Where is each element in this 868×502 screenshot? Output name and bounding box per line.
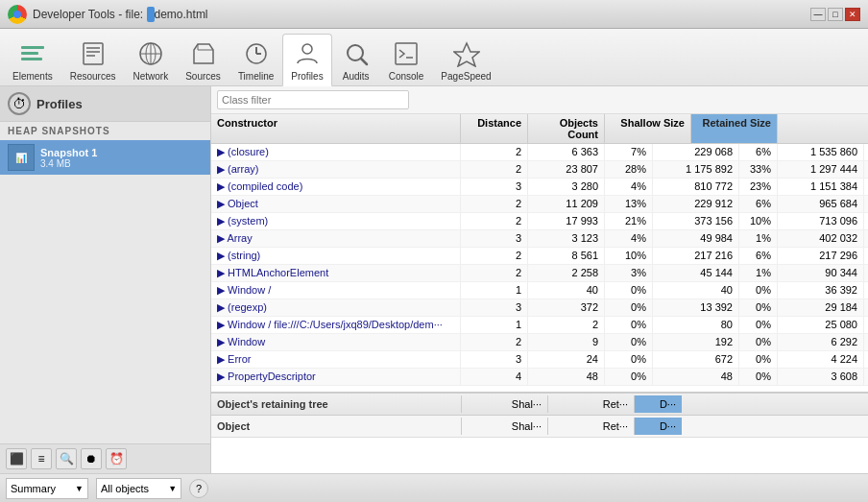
cell-retained-pct: 27% (864, 196, 868, 212)
summary-dropdown[interactable]: Summary ▼ (6, 478, 88, 499)
snapshot-name: Snapshot 1 (40, 147, 97, 158)
sidebar-btn-5[interactable]: ⏰ (106, 448, 127, 469)
help-button[interactable]: ? (189, 479, 208, 498)
cell-shallow: 217 216 (653, 248, 739, 264)
retaining-shal-col: Shal··· (461, 418, 547, 435)
header-objects: Objects Count (528, 114, 605, 143)
cell-shallow-pct: 0% (739, 299, 778, 316)
cell-distance: 1 (461, 317, 528, 333)
maximize-button[interactable]: □ (828, 8, 843, 21)
cell-distance: 4 (461, 369, 528, 385)
cell-shallow: 192 (653, 334, 739, 350)
cell-shallow: 229 068 (653, 144, 739, 160)
title-prefix: Developer Tools - file: (33, 8, 143, 21)
cell-distance: 2 (461, 248, 528, 264)
tab-console[interactable]: Console (380, 34, 433, 85)
table-row[interactable]: ▶ (system) 2 17 993 21% 373 156 10% 713 … (211, 213, 868, 230)
resources-icon (78, 38, 108, 69)
table-row[interactable]: ▶ (regexp) 3 372 0% 13 392 0% 29 184 1% (211, 299, 868, 317)
cell-retained-pct: 0% (864, 351, 868, 368)
cell-count: 4% (605, 179, 653, 195)
tab-pagespeed[interactable]: PageSpeed (432, 34, 499, 85)
table-row[interactable]: ▶ (array) 2 23 807 28% 1 175 892 33% 1 2… (211, 161, 868, 179)
cell-retained-pct: 36% (864, 161, 868, 178)
cell-shallow-pct: 6% (739, 248, 778, 264)
table-row[interactable]: ▶ (closure) 2 6 363 7% 229 068 6% 1 535 … (211, 144, 868, 161)
cell-retained: 36 392 (778, 282, 864, 299)
table-row[interactable]: ▶ Window / 1 40 0% 40 0% 36 392 1% (211, 282, 868, 299)
cell-objects: 40 (528, 282, 605, 299)
tab-audits[interactable]: Audits (332, 34, 380, 85)
cell-retained-pct: 32% (864, 179, 868, 195)
table-row[interactable]: ▶ PropertyDescriptor 4 48 0% 48 0% 3 608… (211, 369, 868, 386)
table-row[interactable]: ▶ Error 3 24 0% 672 0% 4 224 0% (211, 351, 868, 369)
table-row[interactable]: ▶ Window / file:///C:/Users/jxq89/Deskto… (211, 317, 868, 334)
class-filter-input[interactable] (217, 90, 409, 109)
table-row[interactable]: ▶ Array 3 3 123 4% 49 984 1% 402 032 11% (211, 230, 868, 248)
cell-retained: 25 080 (778, 317, 864, 333)
cell-shallow-pct: 1% (739, 265, 778, 281)
cell-retained: 713 096 (778, 213, 864, 229)
svg-rect-18 (396, 43, 417, 64)
summary-dropdown-arrow: ▼ (75, 484, 84, 493)
cell-shallow: 40 (653, 282, 739, 299)
snapshot-icon: 📊 (8, 144, 35, 171)
snapshot-info: Snapshot 1 3.4 MB (40, 147, 97, 169)
cell-shallow-pct: 6% (739, 196, 778, 212)
minimize-button[interactable]: — (810, 8, 826, 21)
tab-sources[interactable]: Sources (177, 34, 229, 85)
sidebar-title: Profiles (36, 97, 83, 111)
sidebar-btn-3[interactable]: 🔍 (56, 448, 77, 469)
timeline-icon (241, 38, 272, 69)
retaining-col-d: D··· (634, 395, 682, 413)
cell-count: 0% (605, 317, 653, 333)
cell-count: 0% (605, 282, 653, 299)
table-row[interactable]: ▶ (string) 2 8 561 10% 217 216 6% 217 29… (211, 248, 868, 265)
header-retained: Retained Size (691, 114, 778, 143)
tab-elements[interactable]: Elements (4, 34, 61, 85)
cell-objects: 23 807 (528, 161, 605, 178)
sidebar-btn-4[interactable]: ⏺ (81, 448, 102, 469)
close-button[interactable]: ✕ (845, 8, 860, 21)
table-row[interactable]: ▶ Window 2 9 0% 192 0% 6 292 0% (211, 334, 868, 351)
cell-distance: 3 (461, 230, 528, 247)
network-icon (135, 38, 166, 69)
cell-constructor: ▶ HTMLAnchorElement (211, 265, 461, 281)
cell-distance: 2 (461, 265, 528, 281)
cell-retained-pct: 0% (864, 369, 868, 385)
table-row[interactable]: ▶ (compiled code) 3 3 280 4% 810 772 23%… (211, 179, 868, 196)
objects-dropdown[interactable]: All objects ▼ (96, 478, 181, 499)
cell-retained: 217 296 (778, 248, 864, 264)
tab-profiles[interactable]: Profiles (282, 34, 331, 86)
cell-retained-pct: 1% (864, 299, 868, 316)
cell-count: 4% (605, 230, 653, 247)
retaining-header: Object's retaining tree Shal··· Ret··· D… (211, 394, 868, 416)
cell-constructor: ▶ Window / (211, 282, 461, 299)
cell-retained: 3 608 (778, 369, 864, 385)
snapshot-item[interactable]: 📊 Snapshot 1 3.4 MB (0, 140, 210, 175)
sidebar-btn-1[interactable]: ⬛ (6, 448, 27, 469)
tab-network[interactable]: Network (125, 34, 178, 85)
cell-count: 0% (605, 334, 653, 350)
retaining-col-retained: Ret··· (547, 395, 634, 413)
cell-retained: 1 151 384 (778, 179, 864, 195)
cell-shallow: 1 175 892 (653, 161, 739, 178)
sidebar-btn-2[interactable]: ≡ (31, 448, 52, 469)
data-table: Constructor Distance Objects Count Shall… (211, 114, 868, 392)
sidebar-profiles-icon: ⏱ (8, 92, 31, 115)
cell-shallow-pct: 0% (739, 282, 778, 299)
all-objects-text: All objects (101, 483, 149, 494)
cell-constructor: ▶ Window (211, 334, 461, 350)
cell-count: 13% (605, 196, 653, 212)
tab-timeline[interactable]: Timeline (229, 34, 282, 85)
cell-retained: 402 032 (778, 230, 864, 247)
table-row[interactable]: ▶ Object 2 11 209 13% 229 912 6% 965 684… (211, 196, 868, 213)
tab-resources[interactable]: Resources (61, 34, 125, 85)
svg-marker-20 (454, 43, 479, 66)
cell-shallow: 810 772 (653, 179, 739, 195)
table-row[interactable]: ▶ HTMLAnchorElement 2 2 258 3% 45 144 1%… (211, 265, 868, 282)
tab-audits-label: Audits (343, 71, 370, 82)
cell-shallow-pct: 0% (739, 317, 778, 333)
cell-retained: 90 344 (778, 265, 864, 281)
cell-shallow: 373 156 (653, 213, 739, 229)
